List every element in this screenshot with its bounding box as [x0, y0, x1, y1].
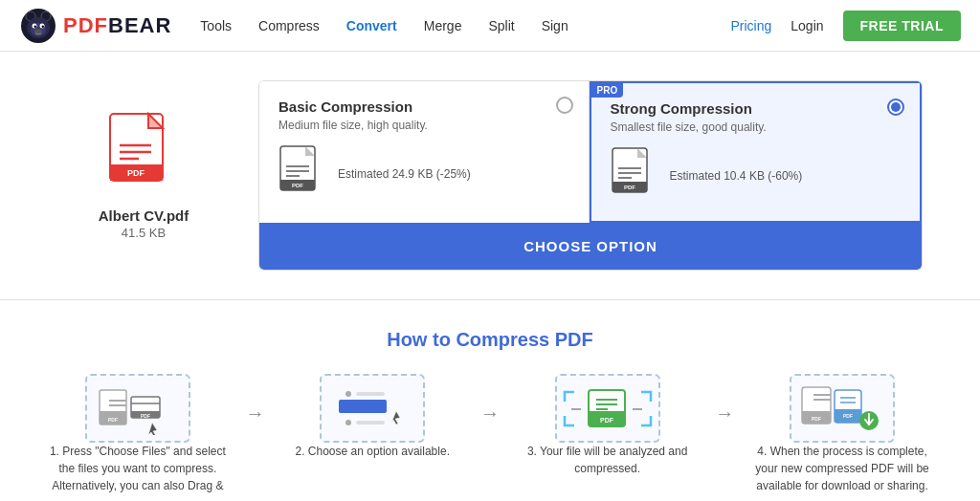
- logo-bear-icon: [19, 7, 57, 45]
- step-4-text: 4. When the process is complete, your ne…: [746, 443, 938, 494]
- svg-rect-53: [813, 394, 831, 396]
- basic-compression-card[interactable]: Basic Compression Medium file size, high…: [259, 81, 590, 223]
- svg-marker-37: [148, 423, 157, 435]
- strong-title: Strong Compression: [611, 100, 902, 117]
- step-4: PDF PDF 4. When the process is complete,…: [746, 374, 938, 494]
- arrow-2: →: [480, 374, 500, 425]
- strong-compression-card[interactable]: PRO Strong Compression Smallest file siz…: [590, 81, 923, 223]
- nav: Tools Compress Convert Merge Split Sign: [200, 18, 730, 33]
- svg-text:PDF: PDF: [108, 417, 118, 423]
- svg-rect-31: [109, 400, 126, 402]
- pro-badge: PRO: [591, 83, 624, 98]
- basic-desc: Medium file size, high quality.: [278, 119, 569, 132]
- svg-text:PDF: PDF: [292, 183, 303, 188]
- step-3-icon: PDF: [555, 374, 660, 443]
- how-to-title: How to Compress PDF: [38, 329, 942, 351]
- svg-rect-38: [339, 400, 387, 413]
- header: PDFBEAR Tools Compress Convert Merge Spl…: [0, 0, 980, 52]
- strong-desc: Smallest file size, good quality.: [611, 120, 902, 134]
- logo[interactable]: PDFBEAR: [19, 7, 171, 45]
- svg-text:PDF: PDF: [812, 416, 821, 422]
- nav-compress[interactable]: Compress: [258, 18, 320, 33]
- step-2-icon: [320, 374, 425, 443]
- basic-pdf-icon: PDF: [278, 145, 324, 202]
- svg-rect-54: [813, 399, 831, 401]
- pricing-link[interactable]: Pricing: [730, 18, 771, 33]
- svg-point-8: [42, 25, 44, 27]
- basic-body: PDF Estimated 24.9 KB (-25%): [278, 145, 569, 202]
- nav-sign[interactable]: Sign: [542, 18, 568, 33]
- how-to-section: How to Compress PDF PDF PDF 1: [0, 300, 980, 501]
- nav-tools[interactable]: Tools: [200, 18, 232, 33]
- svg-text:PDF: PDF: [141, 413, 150, 419]
- svg-text:PDF: PDF: [127, 168, 145, 178]
- step-2: 2. Choose an option available.: [277, 374, 468, 460]
- header-right: Pricing Login FREE TRIAL: [730, 11, 961, 41]
- step-2-text: 2. Choose an option available.: [296, 443, 450, 460]
- compression-options: Basic Compression Medium file size, high…: [258, 80, 923, 271]
- strong-radio[interactable]: [887, 98, 904, 116]
- main-content: PDF Albert CV.pdf 41.5 KB Basic Compress…: [0, 52, 980, 300]
- svg-point-42: [345, 420, 351, 425]
- svg-text:PDF: PDF: [843, 413, 853, 419]
- step-1: PDF PDF 1. Press "Choose Files" and sele…: [42, 374, 234, 494]
- strong-pdf-icon: PDF: [611, 147, 657, 204]
- arrow-3: →: [715, 374, 734, 425]
- options-cards: Basic Compression Medium file size, high…: [259, 81, 922, 223]
- choose-option-button[interactable]: CHOOSE OPTION: [259, 223, 922, 270]
- svg-text:PDF: PDF: [624, 185, 635, 190]
- nav-merge[interactable]: Merge: [424, 18, 462, 33]
- svg-point-7: [34, 25, 36, 27]
- basic-title: Basic Compression: [278, 98, 569, 115]
- strong-estimate: Estimated 10.4 KB (-60%): [670, 169, 803, 183]
- steps-row: PDF PDF 1. Press "Choose Files" and sele…: [38, 374, 942, 494]
- login-link[interactable]: Login: [791, 18, 823, 33]
- svg-rect-32: [109, 404, 126, 406]
- nav-convert[interactable]: Convert: [346, 18, 397, 33]
- file-size: 41.5 KB: [122, 226, 166, 240]
- step-3-text: 3. Your file will be analyzed and compre…: [512, 443, 703, 477]
- step-1-text: 1. Press "Choose Files" and select the f…: [42, 443, 234, 494]
- step-4-icon: PDF PDF: [790, 374, 895, 443]
- step-1-icon: PDF PDF: [85, 374, 190, 443]
- file-name: Albert CV.pdf: [99, 207, 189, 224]
- step-3: PDF 3. Your file will be analyzed and co…: [512, 374, 703, 477]
- arrow-1: →: [246, 374, 265, 425]
- logo-text: PDFBEAR: [63, 13, 171, 38]
- strong-body: PDF Estimated 10.4 KB (-60%): [611, 147, 902, 204]
- free-trial-button[interactable]: FREE TRIAL: [843, 11, 961, 41]
- file-icon: PDF: [105, 112, 182, 198]
- svg-marker-39: [391, 411, 400, 425]
- basic-radio[interactable]: [556, 97, 573, 114]
- svg-point-40: [345, 391, 351, 397]
- svg-rect-41: [356, 392, 385, 396]
- basic-estimate: Estimated 24.9 KB (-25%): [338, 167, 471, 181]
- svg-rect-43: [356, 421, 385, 425]
- nav-split[interactable]: Split: [488, 18, 514, 33]
- svg-text:PDF: PDF: [600, 417, 614, 424]
- file-area: PDF Albert CV.pdf 41.5 KB: [57, 112, 230, 240]
